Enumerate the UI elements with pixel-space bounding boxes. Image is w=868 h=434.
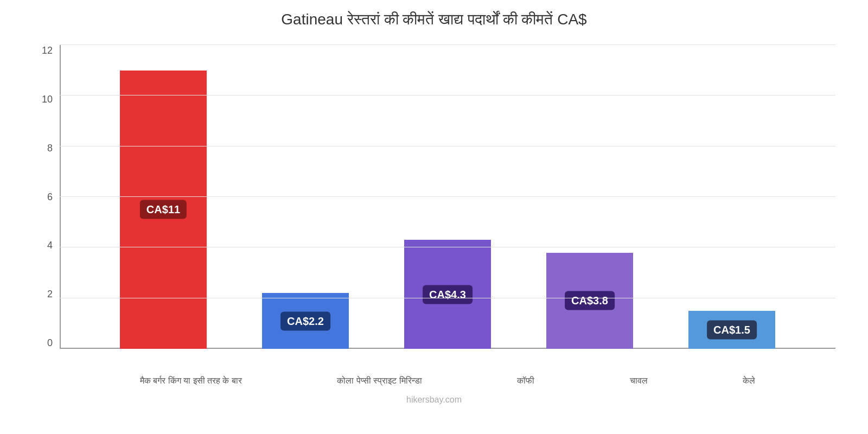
y-axis-label: 6 <box>27 192 57 203</box>
y-axis-label: 12 <box>27 45 57 56</box>
bar: CA$1.5 <box>688 311 775 349</box>
bars-wrapper: CA$11CA$2.2CA$4.3CA$3.8CA$1.5 <box>60 45 835 349</box>
x-axis-label: मैक बर्गर किंग या इसी तरह के बार <box>140 375 242 387</box>
bar-group: CA$4.3 <box>404 240 491 349</box>
y-axis-label: 2 <box>27 289 57 300</box>
grid-line <box>60 95 835 95</box>
bar: CA$3.8 <box>546 253 633 349</box>
bar-value-label: CA$4.3 <box>423 285 473 304</box>
y-axis-label: 8 <box>27 143 57 154</box>
grid-line <box>60 298 835 298</box>
bar-group: CA$2.2 <box>262 293 349 349</box>
x-axis-label: केले <box>743 375 755 387</box>
y-axis-label: 0 <box>27 337 57 349</box>
footer: hikersbay.com <box>406 395 462 405</box>
chart-title: Gatineau रेस्तरां की कीमतें खाद्य पदार्थ… <box>281 11 586 29</box>
bar-value-label: CA$11 <box>140 200 187 219</box>
bar: CA$4.3 <box>404 240 491 349</box>
y-axis-label: 10 <box>27 94 57 105</box>
bar-value-label: CA$1.5 <box>707 321 757 340</box>
y-axis-label: 4 <box>27 240 57 251</box>
grid-line <box>60 247 835 247</box>
bar-value-label: CA$2.2 <box>280 311 330 330</box>
bar-value-label: CA$3.8 <box>565 291 615 310</box>
grid-and-bars: CA$11CA$2.2CA$4.3CA$3.8CA$1.5 <box>60 45 835 349</box>
bar-group: CA$3.8 <box>546 253 633 349</box>
y-axis-labels: 024681012 <box>27 45 57 349</box>
chart-container: 024681012 CA$11CA$2.2CA$4.3CA$3.8CA$1.5 … <box>27 40 841 392</box>
x-axis-label: कोला पेप्सी स्प्राइट मिरिन्डा <box>337 375 422 387</box>
grid-line <box>60 196 835 197</box>
grid-line <box>60 146 835 146</box>
x-axis-label: कॉफी <box>517 375 534 387</box>
x-axis-label: चावल <box>630 375 648 387</box>
bar: CA$11 <box>120 71 207 349</box>
x-labels: मैक बर्गर किंग या इसी तरह के बारकोला पेप… <box>60 375 835 387</box>
grid-line <box>60 44 835 45</box>
bar-group: CA$1.5 <box>688 311 775 349</box>
bar: CA$2.2 <box>262 293 349 349</box>
bar-group: CA$11 <box>120 71 207 349</box>
